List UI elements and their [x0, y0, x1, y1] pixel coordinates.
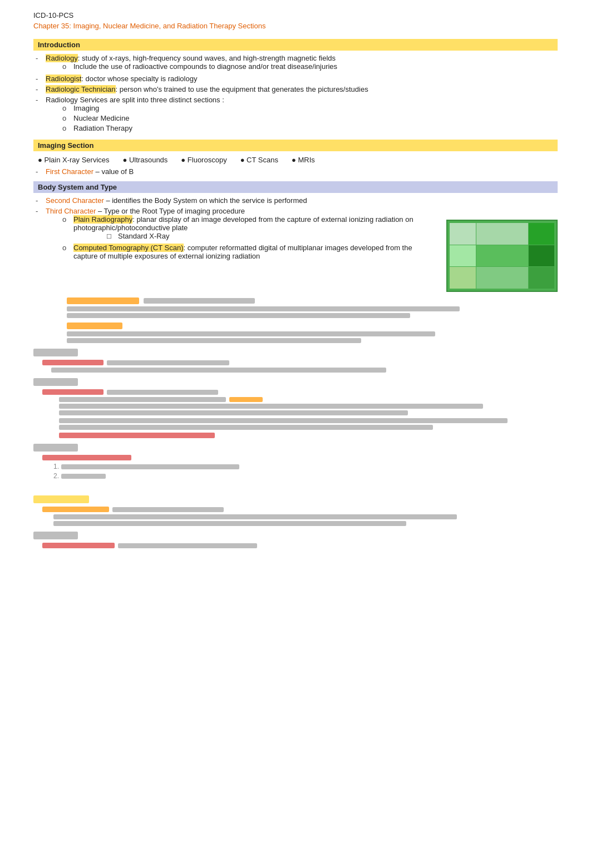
- service-radiation: Radiation Therapy: [73, 124, 558, 132]
- term-ct-scan: Computed Tomography (CT Scan): [73, 244, 184, 252]
- list-item: o Include the use of radioactive compoun…: [46, 62, 558, 71]
- plain-radiography-area: o Plain Radiography: planar display of a…: [46, 215, 558, 292]
- service-nuclear: Nuclear Medicine: [73, 114, 558, 122]
- imaging-section: Imaging Section Plain X-ray Services Ult…: [33, 140, 558, 176]
- bullet-fluoroscopy: Fluoroscopy: [181, 156, 226, 164]
- dash-bullet: -: [36, 167, 46, 176]
- technician-def: : person who's trained to use the equipm…: [116, 85, 368, 93]
- first-character-content: First Character – value of B: [46, 167, 558, 176]
- blurred-section-yellow-1: [33, 495, 558, 526]
- third-character-item: - Third Character – Type or the Root Typ…: [33, 207, 558, 292]
- colon: :: [222, 96, 224, 104]
- plain-radiography-text: o Plain Radiography: planar display of a…: [46, 215, 437, 292]
- imaging-header: Imaging Section: [33, 140, 558, 151]
- blurred-section-1: [33, 349, 558, 373]
- second-character-label: Second Character: [46, 196, 104, 205]
- first-character-label: First Character: [46, 167, 93, 176]
- technician-item: Radiologic Technician: person who's trai…: [46, 85, 558, 93]
- radiology-sub: Include the use of radioactive compounds…: [73, 62, 558, 71]
- list-item: - Radiologic Technician: person who's tr…: [33, 85, 558, 93]
- dash-bullet: -: [36, 96, 46, 134]
- list-item: - Radiologist: doctor whose specialty is…: [33, 75, 558, 83]
- o-bullet: o: [62, 104, 73, 112]
- bullet-xray: Plain X-ray Services: [38, 156, 110, 164]
- term-plain-radiography: Plain Radiography: [73, 215, 132, 224]
- ct-scan-content: Computed Tomography (CT Scan): computer …: [73, 244, 437, 260]
- standard-xray-item: □ Standard X-Ray: [73, 232, 437, 240]
- services-label: Radiology Services are split into three …: [46, 96, 222, 104]
- introduction-section: Introduction - Radiology: study of x-ray…: [33, 39, 558, 134]
- dash-bullet: -: [36, 207, 46, 292]
- radiologist-item: Radiologist: doctor whose specialty is r…: [46, 75, 558, 83]
- sub-bullet: □: [107, 232, 118, 240]
- o-bullet: o: [62, 114, 73, 122]
- imaging-bullets: Plain X-ray Services Ultrasounds Fluoros…: [33, 155, 558, 167]
- standard-xray-label: Standard X-Ray: [118, 232, 170, 240]
- radiology-def: : study of x-rays, high-frequency sound …: [78, 54, 336, 62]
- blurred-section-4: [33, 532, 558, 548]
- o-bullet: o: [62, 244, 73, 260]
- body-system-header: Body System and Type: [33, 181, 558, 193]
- list-item: - Radiology: study of x-rays, high-frequ…: [33, 54, 558, 72]
- dash-bullet: -: [36, 75, 46, 83]
- list-item: o Nuclear Medicine: [46, 114, 558, 122]
- blurred-section-3: 1. 2.: [33, 444, 558, 480]
- dash-bullet: -: [36, 85, 46, 93]
- second-character-content: Second Character – identifies the Body S…: [46, 196, 558, 205]
- dash-bullet: -: [36, 54, 46, 72]
- spacer: [33, 485, 558, 495]
- chapter-title: Chapter 35: Imaging, Nuclear Medicine, a…: [33, 22, 558, 30]
- third-character-content: Third Character – Type or the Root Type …: [46, 207, 558, 292]
- term-radiology: Radiology: [46, 54, 78, 62]
- third-character-def: – Type or the Root Type of imaging proce…: [96, 207, 245, 215]
- service-imaging: Imaging: [73, 104, 558, 112]
- dash-bullet: -: [36, 196, 46, 205]
- radiologist-def: : doctor whose specialty is radiology: [81, 75, 197, 83]
- ct-scan-item: o Computed Tomography (CT Scan): compute…: [46, 244, 437, 260]
- first-character-def: – value of B: [93, 167, 134, 176]
- term-radiologist: Radiologist: [46, 75, 81, 83]
- term-technician: Radiologic Technician: [46, 85, 116, 93]
- introduction-header: Introduction: [33, 39, 558, 51]
- bullet-ultrasounds: Ultrasounds: [123, 156, 168, 164]
- body-system-section: Body System and Type - Second Character …: [33, 181, 558, 292]
- second-character-item: - Second Character – identifies the Body…: [33, 196, 558, 205]
- third-character-label: Third Character: [46, 207, 96, 215]
- blurred-content-1: [33, 297, 558, 343]
- plain-radiography-content: Plain Radiography: planar display of an …: [73, 215, 437, 242]
- plain-radiography-item: o Plain Radiography: planar display of a…: [46, 215, 437, 242]
- first-character-item: - First Character – value of B: [33, 167, 558, 176]
- services-item: Radiology Services are split into three …: [46, 96, 558, 134]
- second-character-def: – identifies the Body System on which th…: [104, 196, 307, 205]
- page-title: ICD-10-PCS: [33, 11, 558, 19]
- radiology-image: [446, 220, 558, 292]
- o-bullet: o: [62, 62, 73, 71]
- list-item: - Radiology Services are split into thre…: [33, 96, 558, 134]
- blurred-section-2: [33, 378, 558, 438]
- bullet-mri: MRIs: [292, 156, 315, 164]
- radiology-item: Radiology: study of x-rays, high-frequen…: [46, 54, 558, 72]
- bullet-ct: CT Scans: [240, 156, 278, 164]
- list-item: o Radiation Therapy: [46, 124, 558, 132]
- o-bullet: o: [62, 124, 73, 132]
- list-item: o Imaging: [46, 104, 558, 112]
- o-bullet: o: [62, 215, 73, 242]
